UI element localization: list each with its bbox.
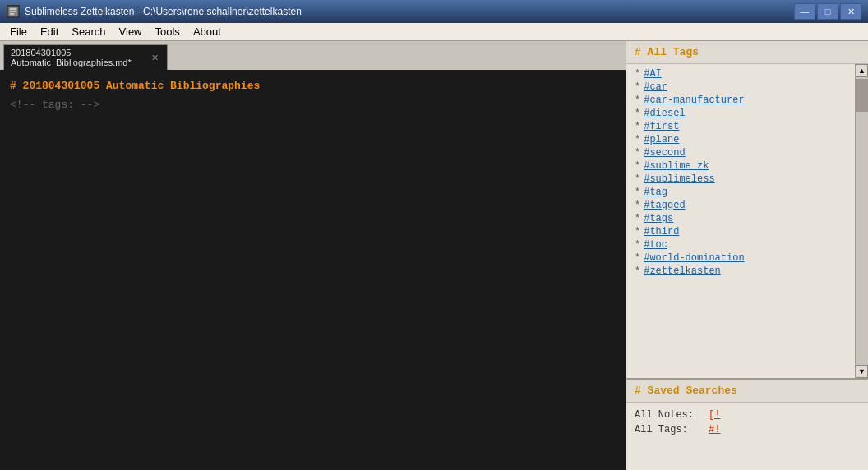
editor-content[interactable]: # 201804301005 Automatic Bibliographies … — [0, 70, 626, 470]
tag-row: *#car-manufacturer — [626, 94, 855, 107]
tag-bullet: * — [635, 173, 640, 185]
tag-link-11[interactable]: #tags — [644, 213, 673, 224]
tag-bullet: * — [635, 121, 640, 132]
tag-row: *#world-domination — [626, 251, 855, 265]
minimize-button[interactable]: — — [794, 3, 815, 20]
tag-row: *#diesel — [626, 107, 855, 120]
tab-0[interactable]: 201804301005 Automatic_Bibliographies.md… — [3, 44, 168, 70]
tab-name-0: 201804301005 Automatic_Bibliographies.md… — [11, 48, 145, 67]
scroll-thumb — [856, 79, 868, 112]
scroll-up-arrow[interactable]: ▲ — [856, 64, 868, 77]
tag-row: *#AI — [626, 67, 855, 81]
menu-view[interactable]: View — [113, 23, 149, 40]
tag-row: *#third — [626, 225, 855, 238]
tag-link-13[interactable]: #toc — [644, 239, 667, 251]
tag-bullet: * — [635, 200, 640, 211]
tag-row: *#first — [626, 120, 855, 133]
tag-bullet: * — [635, 81, 640, 93]
tag-bullet: * — [635, 160, 640, 172]
tag-bullet: * — [635, 239, 640, 251]
tag-row: *#sublimeless — [626, 173, 855, 186]
scroll-track — [856, 77, 868, 365]
saved-search-row-1: All Tags:#! — [635, 422, 860, 437]
maximize-button[interactable]: □ — [817, 3, 838, 20]
sidebar: # All Tags *#AI*#car*#car-manufacturer*#… — [626, 41, 868, 470]
menu-about[interactable]: About — [187, 23, 228, 40]
app-icon — [7, 5, 20, 18]
tag-link-10[interactable]: #tagged — [644, 200, 685, 211]
main-container: 201804301005 Automatic_Bibliographies.md… — [0, 41, 868, 470]
tag-row: *#second — [626, 146, 855, 159]
scroll-down-arrow[interactable]: ▼ — [856, 365, 868, 378]
all-tags-header: # All Tags — [626, 41, 868, 64]
tag-row: *#sublime_zk — [626, 159, 855, 173]
editor-tags-comment: <!-- tags: --> — [10, 99, 616, 111]
tag-bullet: * — [635, 134, 640, 145]
all-tags-body: *#AI*#car*#car-manufacturer*#diesel*#fir… — [626, 64, 855, 378]
tag-row: *#zettelkasten — [626, 265, 855, 278]
saved-searches-header: # Saved Searches — [626, 380, 868, 403]
tag-row: *#plane — [626, 133, 855, 146]
saved-link-1[interactable]: #! — [709, 424, 720, 435]
tag-bullet: * — [635, 226, 640, 237]
menu-tools[interactable]: Tools — [149, 23, 187, 40]
close-button[interactable]: ✕ — [840, 3, 861, 20]
menu-search[interactable]: Search — [65, 23, 112, 40]
tag-link-15[interactable]: #zettelkasten — [644, 265, 721, 277]
tag-row: *#toc — [626, 238, 855, 251]
window-controls: — □ ✕ — [794, 3, 861, 20]
tag-link-5[interactable]: #plane — [644, 134, 679, 145]
tag-link-3[interactable]: #diesel — [644, 108, 685, 119]
window-title: Sublimeless Zettelkasten - C:\Users\rene… — [25, 6, 794, 17]
tag-row: *#tag — [626, 186, 855, 199]
tab-close-0[interactable]: ✕ — [150, 53, 160, 63]
tags-scrollbar[interactable]: ▲ ▼ — [855, 64, 868, 378]
menu-file[interactable]: File — [3, 23, 34, 40]
tag-link-1[interactable]: #car — [644, 81, 667, 93]
tag-link-0[interactable]: #AI — [644, 68, 662, 80]
saved-search-row-0: All Notes:[! — [635, 408, 860, 422]
menu-edit[interactable]: Edit — [34, 23, 65, 40]
titlebar: Sublimeless Zettelkasten - C:\Users\rene… — [0, 0, 868, 23]
tab-bar: 201804301005 Automatic_Bibliographies.md… — [0, 41, 626, 70]
tag-link-7[interactable]: #sublime_zk — [644, 160, 709, 172]
tag-bullet: * — [635, 108, 640, 119]
tag-link-14[interactable]: #world-domination — [644, 252, 744, 264]
tag-bullet: * — [635, 265, 640, 277]
tag-bullet: * — [635, 187, 640, 198]
tag-link-8[interactable]: #sublimeless — [644, 173, 714, 185]
tag-bullet: * — [635, 252, 640, 264]
tag-bullet: * — [635, 94, 640, 106]
tag-link-4[interactable]: #first — [644, 121, 679, 132]
tag-link-9[interactable]: #tag — [644, 187, 667, 198]
all-tags-panel: # All Tags *#AI*#car*#car-manufacturer*#… — [626, 41, 868, 380]
tag-bullet: * — [635, 147, 640, 159]
tag-link-12[interactable]: #third — [644, 226, 679, 237]
saved-link-0[interactable]: [! — [709, 409, 720, 421]
tag-bullet: * — [635, 68, 640, 80]
saved-label-1: All Tags: — [635, 424, 709, 435]
saved-label-0: All Notes: — [635, 409, 709, 421]
saved-searches-body: All Notes:[!All Tags:#! — [626, 403, 868, 470]
editor-heading: # 201804301005 Automatic Bibliographies — [10, 80, 616, 92]
tag-link-6[interactable]: #second — [644, 147, 685, 159]
tag-row: *#tags — [626, 212, 855, 225]
tag-row: *#tagged — [626, 199, 855, 212]
tag-row: *#car — [626, 81, 855, 94]
tag-bullet: * — [635, 213, 640, 224]
saved-searches-panel: # Saved Searches All Notes:[!All Tags:#! — [626, 380, 868, 470]
editor-area: 201804301005 Automatic_Bibliographies.md… — [0, 41, 626, 470]
tag-link-2[interactable]: #car-manufacturer — [644, 94, 744, 106]
menubar: File Edit Search View Tools About — [0, 23, 868, 41]
